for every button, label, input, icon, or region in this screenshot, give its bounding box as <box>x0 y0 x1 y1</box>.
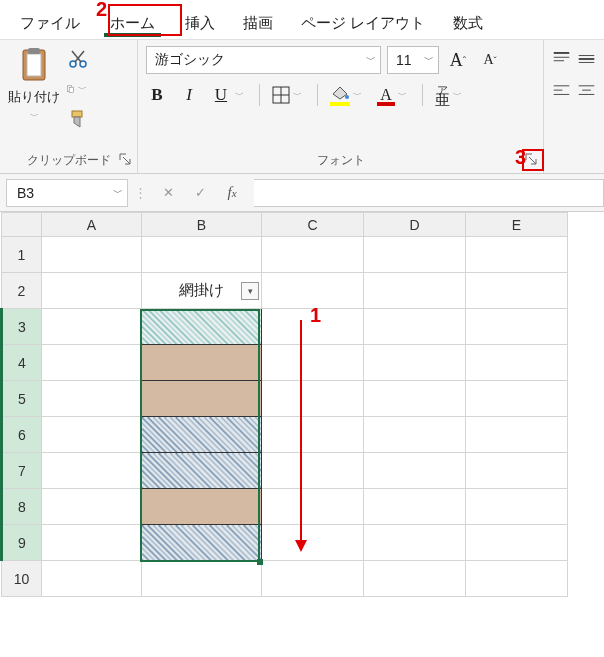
font-family-combo[interactable]: 游ゴシック ﹀ <box>146 46 381 74</box>
cell-D4[interactable] <box>364 345 466 381</box>
cell-E6[interactable] <box>466 417 568 453</box>
clipboard-dialog-launcher[interactable] <box>117 151 133 167</box>
row-header-8[interactable]: 8 <box>2 489 42 525</box>
cell-C8[interactable] <box>262 489 364 525</box>
copy-dropdown-icon[interactable]: ﹀ <box>75 83 90 96</box>
cell-C3[interactable] <box>262 309 364 345</box>
row-header-6[interactable]: 6 <box>2 417 42 453</box>
align-center-button[interactable] <box>577 82 596 100</box>
row-header-10[interactable]: 10 <box>2 561 42 597</box>
cut-button[interactable] <box>66 48 90 70</box>
cell-B5[interactable] <box>142 381 262 417</box>
col-header-E[interactable]: E <box>466 213 568 237</box>
cell-D10[interactable] <box>364 561 466 597</box>
tab-home[interactable]: ホーム <box>94 8 171 39</box>
row-header-4[interactable]: 4 <box>2 345 42 381</box>
cell-B3[interactable] <box>142 309 262 345</box>
row-header-5[interactable]: 5 <box>2 381 42 417</box>
insert-function-button[interactable]: fx <box>216 179 248 207</box>
cell-E7[interactable] <box>466 453 568 489</box>
select-all-corner[interactable] <box>2 213 42 237</box>
phonetic-button[interactable]: ア亜 ﹀ <box>435 85 465 106</box>
fill-color-button[interactable]: ﹀ <box>330 86 365 104</box>
chevron-down-icon[interactable]: ﹀ <box>362 53 380 67</box>
format-painter-button[interactable] <box>66 108 90 130</box>
cell-E4[interactable] <box>466 345 568 381</box>
chevron-down-icon[interactable]: ﹀ <box>420 53 438 67</box>
col-header-C[interactable]: C <box>262 213 364 237</box>
cell-D2[interactable] <box>364 273 466 309</box>
tab-page-layout[interactable]: ページ レイアウト <box>287 8 439 39</box>
underline-button[interactable]: U <box>210 84 232 106</box>
cell-B4[interactable] <box>142 345 262 381</box>
font-size-combo[interactable]: 11 ﹀ <box>387 46 439 74</box>
cell-C5[interactable] <box>262 381 364 417</box>
row-header-3[interactable]: 3 <box>2 309 42 345</box>
align-top-button[interactable] <box>552 50 571 68</box>
cell-D3[interactable] <box>364 309 466 345</box>
name-box[interactable]: B3 ﹀ <box>6 179 128 207</box>
cell-A7[interactable] <box>42 453 142 489</box>
borders-dropdown-icon[interactable]: ﹀ <box>290 89 305 102</box>
confirm-edit-button[interactable]: ✓ <box>184 179 216 207</box>
cell-A9[interactable] <box>42 525 142 561</box>
selection-fill-handle[interactable] <box>257 559 263 565</box>
cell-A2[interactable] <box>42 273 142 309</box>
cell-C10[interactable] <box>262 561 364 597</box>
cell-B1[interactable] <box>142 237 262 273</box>
row-header-7[interactable]: 7 <box>2 453 42 489</box>
cell-E1[interactable] <box>466 237 568 273</box>
tab-draw[interactable]: 描画 <box>229 8 287 39</box>
align-left-button[interactable] <box>552 82 571 100</box>
underline-dropdown-icon[interactable]: ﹀ <box>232 89 247 102</box>
cell-D9[interactable] <box>364 525 466 561</box>
paste-dropdown-icon[interactable]: ﹀ <box>30 110 39 123</box>
tab-formulas[interactable]: 数式 <box>439 8 497 39</box>
cell-B10[interactable] <box>142 561 262 597</box>
tab-file[interactable]: ファイル <box>6 8 94 39</box>
cell-A10[interactable] <box>42 561 142 597</box>
decrease-font-button[interactable]: Aˇ <box>477 47 503 73</box>
cell-E3[interactable] <box>466 309 568 345</box>
filter-dropdown-button[interactable]: ▾ <box>241 282 259 300</box>
cell-E10[interactable] <box>466 561 568 597</box>
tab-insert[interactable]: 挿入 <box>171 8 229 39</box>
cell-C2[interactable] <box>262 273 364 309</box>
fill-dropdown-icon[interactable]: ﹀ <box>350 89 365 102</box>
col-header-B[interactable]: B <box>142 213 262 237</box>
cell-B8[interactable] <box>142 489 262 525</box>
paste-button[interactable]: 貼り付け ﹀ <box>8 46 60 130</box>
fontcolor-dropdown-icon[interactable]: ﹀ <box>395 89 410 102</box>
worksheet-grid[interactable]: A B C D E 1 2 網掛け▾ 3 4 5 6 7 8 9 10 1 <box>0 212 604 657</box>
cell-B9[interactable] <box>142 525 262 561</box>
cell-E5[interactable] <box>466 381 568 417</box>
cell-C4[interactable] <box>262 345 364 381</box>
cell-C1[interactable] <box>262 237 364 273</box>
cell-D7[interactable] <box>364 453 466 489</box>
bold-button[interactable]: B <box>146 84 168 106</box>
row-header-2[interactable]: 2 <box>2 273 42 309</box>
cell-E8[interactable] <box>466 489 568 525</box>
cell-E2[interactable] <box>466 273 568 309</box>
formula-input[interactable] <box>254 179 604 207</box>
cell-B7[interactable] <box>142 453 262 489</box>
col-header-A[interactable]: A <box>42 213 142 237</box>
row-header-9[interactable]: 9 <box>2 525 42 561</box>
cell-D8[interactable] <box>364 489 466 525</box>
cell-C9[interactable] <box>262 525 364 561</box>
cell-D1[interactable] <box>364 237 466 273</box>
cell-B2[interactable]: 網掛け▾ <box>142 273 262 309</box>
cell-C6[interactable] <box>262 417 364 453</box>
phonetic-dropdown-icon[interactable]: ﹀ <box>450 89 465 102</box>
cell-A6[interactable] <box>42 417 142 453</box>
cell-A4[interactable] <box>42 345 142 381</box>
cell-A1[interactable] <box>42 237 142 273</box>
font-color-button[interactable]: A ﹀ <box>377 86 410 104</box>
align-middle-button[interactable] <box>577 50 596 68</box>
namebox-dropdown-icon[interactable]: ﹀ <box>109 186 127 200</box>
italic-button[interactable]: I <box>178 84 200 106</box>
cell-C7[interactable] <box>262 453 364 489</box>
increase-font-button[interactable]: Aˆ <box>445 47 471 73</box>
cell-A3[interactable] <box>42 309 142 345</box>
cell-E9[interactable] <box>466 525 568 561</box>
